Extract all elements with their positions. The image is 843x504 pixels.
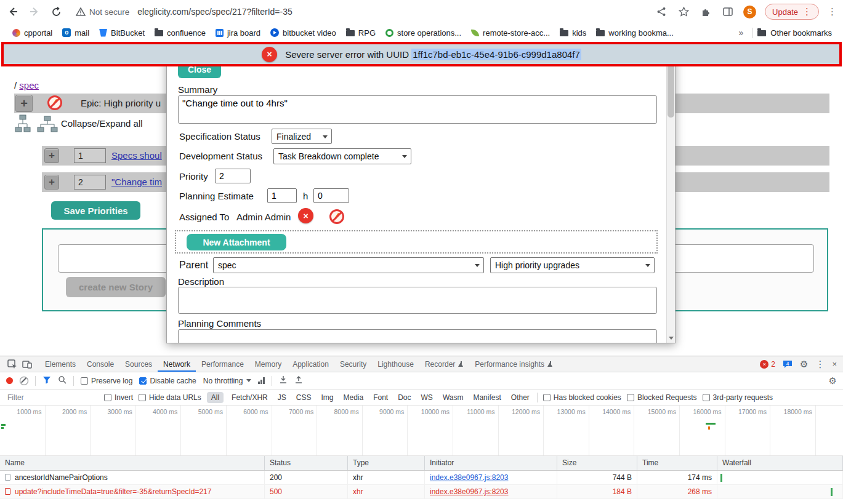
bookmark-cpportal[interactable]: cpportal [7,27,57,39]
column-header-waterfall[interactable]: Waterfall [717,456,843,470]
estimate-minutes-input[interactable] [313,188,349,203]
devtools-tab-memory[interactable]: Memory [249,356,287,372]
filter-type-other[interactable]: Other [509,392,531,403]
scrollbar-thumb[interactable] [668,60,674,118]
other-bookmarks-button[interactable]: Other bookmarks [757,28,836,38]
disable-cache-checkbox[interactable]: Disable cache [139,377,196,385]
device-toolbar-icon[interactable] [20,356,34,372]
attachment-dropzone[interactable]: New Attachment [175,230,658,254]
new-attachment-button[interactable]: New Attachment [187,234,286,250]
collapse-expand-label[interactable]: Collapse/Expand all [61,118,143,129]
devtools-tab-recorder[interactable]: Recorder [419,356,469,372]
address-bar-url[interactable]: eleglicity.com/spec/spec/217?filterId=-3… [137,7,292,17]
browser-menu-icon[interactable]: ⋮ [828,6,837,17]
modal-scrollbar[interactable] [666,60,675,343]
throttling-select[interactable]: No throttling [203,377,252,385]
tree-view-icon[interactable] [15,114,31,135]
org-chart-icon[interactable] [37,116,58,135]
extensions-puzzle-icon[interactable] [699,5,712,18]
column-header-initiator[interactable]: Initiator [425,456,557,470]
column-header-name[interactable]: Name [0,456,265,470]
filter-type-media[interactable]: Media [341,392,365,403]
search-icon[interactable] [58,375,67,386]
devtools-tab-security[interactable]: Security [334,356,372,372]
has-blocked-cookies-checkbox[interactable]: Has blocked cookies [543,393,621,402]
request-initiator-link[interactable]: index.e38e0967.js:8203 [430,487,508,496]
chrome-update-button[interactable]: Update ⋮ [765,4,819,20]
filter-type-all[interactable]: All [207,392,224,403]
invert-checkbox[interactable]: Invert [104,393,133,402]
devtools-tab-elements[interactable]: Elements [39,356,81,372]
network-overview-timeline[interactable]: 1000 ms2000 ms3000 ms4000 ms5000 ms6000 … [0,406,843,456]
bookmarks-overflow-chevron[interactable]: » [735,28,748,38]
description-textarea[interactable] [178,287,657,314]
row-add-button[interactable]: + [44,175,59,190]
planning-comments-textarea[interactable] [178,329,657,343]
spec-link[interactable]: "Change tim [111,177,162,187]
epic-no-edit-icon[interactable] [47,95,62,110]
back-icon[interactable] [6,5,20,18]
breadcrumb-spec-link[interactable]: spec [19,80,39,90]
bookmark-bitbucket-video[interactable]: bitbucket video [265,27,341,39]
inspect-element-icon[interactable] [5,356,20,372]
profile-avatar[interactable]: S [743,6,756,18]
bookmark-star-icon[interactable] [677,5,690,18]
devtools-tab-application[interactable]: Application [287,356,334,372]
bookmark-rpg[interactable]: RPG [341,27,381,39]
forward-icon[interactable] [28,5,41,18]
import-har-icon[interactable] [279,375,288,386]
network-request-row[interactable]: ancestorIdNamePairOptions200xhrindex.e38… [0,471,843,485]
edit-assignee-disabled-icon[interactable] [329,209,344,224]
column-header-size[interactable]: Size [557,456,637,470]
devtools-tab-sources[interactable]: Sources [119,356,158,372]
record-network-log-icon[interactable] [6,377,13,384]
column-header-type[interactable]: Type [348,456,425,470]
side-panel-icon[interactable] [721,5,735,18]
epic-add-button[interactable]: + [15,95,33,112]
third-party-requests-checkbox[interactable]: 3rd-party requests [703,393,773,402]
request-initiator-link[interactable]: index.e38e0967.js:8203 [430,473,508,482]
devtools-settings-icon[interactable]: ⚙ [800,359,808,370]
bookmark-mail[interactable]: mail [57,27,94,39]
devtools-tab-console[interactable]: Console [81,356,119,372]
column-header-time[interactable]: Time [637,456,717,470]
scrollbar-down-arrow[interactable] [667,334,676,343]
devtools-tab-performance-insights[interactable]: Performance insights [469,356,559,372]
save-priorities-button[interactable]: Save Priorities [51,201,140,220]
filter-type-wasm[interactable]: Wasm [441,392,466,403]
hide-data-urls-checkbox[interactable]: Hide data URLs [139,393,201,402]
blocked-requests-checkbox[interactable]: Blocked Requests [627,393,697,402]
create-story-button[interactable]: create new Story [66,277,166,297]
filter-type-ws[interactable]: WS [419,392,435,403]
network-settings-icon[interactable]: ⚙ [829,375,837,386]
network-conditions-icon[interactable] [258,377,265,384]
devtools-menu-icon[interactable]: ⋮ [815,359,825,370]
devtools-close-icon[interactable]: × [832,359,837,369]
remove-assignee-icon[interactable]: × [298,208,313,223]
bookmark-jira-board[interactable]: jira board [211,27,265,39]
parent-type-select[interactable]: spec [213,257,484,273]
spec-status-select[interactable]: Finalized [272,129,332,144]
devtools-tab-network[interactable]: Network [158,356,196,372]
bookmark-confluence[interactable]: confluence [150,27,211,39]
bookmark-bitbucket[interactable]: BitBucket [94,27,150,39]
dev-status-select[interactable]: Task Breakdown complete [273,148,411,164]
bookmark-working-bookma[interactable]: working bookma... [591,27,679,39]
network-filter-input[interactable] [6,393,99,402]
estimate-hours-input[interactable] [267,188,297,203]
site-security-indicator[interactable]: Not secure [76,7,129,17]
spec-link[interactable]: Specs shoul [111,150,162,161]
share-icon[interactable] [655,5,668,18]
filter-funnel-icon[interactable] [42,375,51,386]
clear-network-log-icon[interactable] [20,377,28,385]
bookmark-store-operations[interactable]: store operations... [381,27,466,39]
filter-type-manifest[interactable]: Manifest [471,392,502,403]
summary-textarea[interactable]: "Change time out to 4hrs" [178,95,657,124]
bookmark-remote-store-acc[interactable]: remote-store-acc... [466,27,555,39]
filter-type-font[interactable]: Font [371,392,390,403]
filter-type-css[interactable]: CSS [294,392,313,403]
filter-type-doc[interactable]: Doc [396,392,413,403]
parent-item-select[interactable]: High priority upgrades [490,257,655,273]
preserve-log-checkbox[interactable]: Preserve log [81,377,132,385]
network-request-row[interactable]: update?includeTimeData=true&filter=-35&r… [0,485,843,499]
